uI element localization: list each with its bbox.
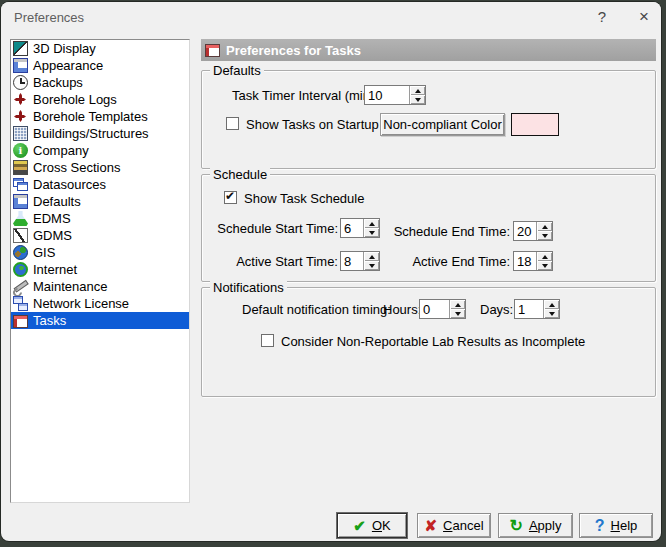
sidebar-item-borehole-logs[interactable]: Borehole Logs [11, 91, 189, 108]
check-icon: ✔ [353, 518, 366, 533]
sidebar-item-buildings-structures[interactable]: Buildings/Structures [11, 125, 189, 142]
titlebar-help-button[interactable]: ? [585, 2, 619, 31]
panel-banner: Preferences for Tasks [201, 39, 656, 61]
sidebar-item-maintenance[interactable]: Maintenance [11, 278, 189, 295]
task-timer-spin-up[interactable] [410, 86, 425, 95]
active-start-spin-up[interactable] [364, 252, 379, 261]
arrow-up-icon [455, 303, 461, 307]
hours-label: Hours: [383, 302, 421, 317]
company-info-icon [13, 143, 28, 158]
titlebar-close-button[interactable]: × [627, 2, 661, 31]
schedule-end-input[interactable] [514, 222, 536, 240]
tasks-calendar-icon [13, 315, 28, 328]
cancel-button[interactable]: ✘ Cancel [417, 513, 491, 538]
arrow-up-icon [542, 255, 548, 259]
close-icon: × [639, 7, 649, 27]
task-timer-spinner [364, 85, 426, 105]
borehole-logs-star-icon [13, 92, 28, 107]
cross-sections-strata-icon [13, 160, 28, 175]
sidebar-item-defaults[interactable]: Defaults [11, 193, 189, 210]
active-start-input[interactable] [341, 252, 363, 270]
show-task-schedule-checkbox[interactable] [224, 191, 237, 204]
help-icon: ? [598, 8, 606, 25]
preferences-dialog: Preferences ? × 3D Display Appearance Ba… [1, 2, 661, 541]
arrow-up-icon [542, 225, 548, 229]
arrow-down-icon [415, 98, 421, 102]
sidebar-item-gdms[interactable]: GDMS [11, 227, 189, 244]
x-icon: ✘ [424, 518, 437, 533]
sidebar-item-network-license[interactable]: Network License [11, 295, 189, 312]
question-icon: ? [595, 518, 605, 534]
apply-button[interactable]: ↻ Apply [498, 513, 573, 538]
category-list[interactable]: 3D Display Appearance Backups Borehole L… [10, 39, 190, 503]
arrow-down-icon [369, 264, 375, 268]
arrow-down-icon [542, 264, 548, 268]
active-start-label: Active Start Time: [212, 254, 338, 269]
task-timer-spin-down[interactable] [410, 95, 425, 104]
sidebar-item-datasources[interactable]: Datasources [11, 176, 189, 193]
show-tasks-on-startup-checkbox[interactable] [226, 117, 239, 130]
defaults-group: Defaults Task Timer Interval (mins): Sho… [201, 70, 656, 169]
hours-spin-up[interactable] [450, 300, 465, 309]
sidebar-item-3d-display[interactable]: 3D Display [11, 40, 189, 57]
3d-display-icon [13, 41, 28, 56]
notifications-group: Notifications Default notification timin… [201, 287, 656, 397]
gis-globe-icon [13, 245, 28, 260]
schedule-start-label: Schedule Start Time: [212, 221, 338, 236]
refresh-icon: ↻ [510, 518, 523, 534]
sidebar-item-edms[interactable]: EDMS [11, 210, 189, 227]
schedule-group: Schedule Show Task Schedule Schedule Sta… [201, 174, 656, 282]
arrow-up-icon [369, 255, 375, 259]
sidebar-item-appearance[interactable]: Appearance [11, 57, 189, 74]
schedule-end-spin-up[interactable] [537, 222, 552, 231]
notification-timing-label: Default notification timing: [242, 302, 371, 317]
sidebar-item-cross-sections[interactable]: Cross Sections [11, 159, 189, 176]
task-timer-label: Task Timer Interval (mins): [232, 88, 362, 103]
active-end-spin-up[interactable] [537, 252, 552, 261]
consider-nonreportable-checkbox[interactable] [261, 334, 274, 347]
days-input[interactable] [515, 300, 543, 318]
days-label: Days: [480, 302, 513, 317]
help-button[interactable]: ? Help [579, 513, 653, 538]
sidebar-item-borehole-templates[interactable]: Borehole Templates [11, 108, 189, 125]
active-end-spin-down[interactable] [537, 261, 552, 270]
arrow-up-icon [415, 89, 421, 93]
noncompliant-color-button[interactable]: Non-compliant Color [380, 113, 505, 136]
active-start-spinner [340, 251, 380, 271]
gdms-chart-icon [13, 228, 28, 243]
maintenance-wrench-icon [13, 279, 28, 294]
title-bar: Preferences ? × [1, 2, 661, 32]
active-start-spin-down[interactable] [364, 261, 379, 270]
active-end-input[interactable] [514, 252, 536, 270]
edms-flask-icon [13, 211, 28, 226]
task-timer-input[interactable] [365, 86, 409, 104]
days-spin-up[interactable] [544, 300, 559, 309]
sidebar-item-internet[interactable]: Internet [11, 261, 189, 278]
arrow-down-icon [542, 234, 548, 238]
schedule-start-input[interactable] [341, 219, 363, 237]
noncompliant-color-swatch [511, 113, 559, 136]
show-tasks-on-startup-label[interactable]: Show Tasks on Startup [246, 117, 379, 132]
sidebar-item-backups[interactable]: Backups [11, 74, 189, 91]
days-spin-down[interactable] [544, 309, 559, 318]
hours-input[interactable] [420, 300, 449, 318]
schedule-end-label: Schedule End Time: [382, 224, 510, 239]
schedule-end-spin-down[interactable] [537, 231, 552, 240]
show-task-schedule-label[interactable]: Show Task Schedule [244, 191, 364, 206]
datasources-windows-icon [13, 177, 28, 192]
appearance-window-icon [13, 58, 28, 73]
arrow-down-icon [455, 312, 461, 316]
hours-spinner [419, 299, 466, 319]
consider-nonreportable-label[interactable]: Consider Non-Reportable Lab Results as I… [281, 334, 585, 349]
arrow-down-icon [549, 312, 555, 316]
tasks-calendar-icon [205, 44, 220, 57]
defaults-window-icon [13, 194, 28, 209]
schedule-start-spin-up[interactable] [364, 219, 379, 228]
sidebar-item-tasks[interactable]: Tasks [11, 312, 189, 329]
sidebar-item-gis[interactable]: GIS [11, 244, 189, 261]
sidebar-item-company[interactable]: Company [11, 142, 189, 159]
hours-spin-down[interactable] [450, 309, 465, 318]
active-end-spinner [513, 251, 553, 271]
ok-button[interactable]: ✔ OK [337, 513, 407, 538]
schedule-start-spin-down[interactable] [364, 228, 379, 237]
